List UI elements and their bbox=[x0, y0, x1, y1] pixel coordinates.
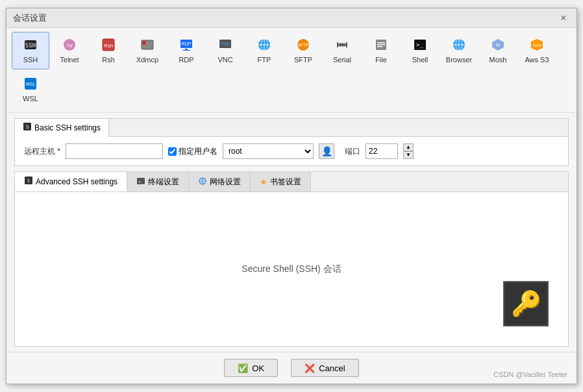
tab-bookmark[interactable]: ★ 书签设置 bbox=[251, 172, 311, 191]
port-input[interactable] bbox=[366, 143, 398, 159]
protocol-file[interactable]: File bbox=[362, 32, 400, 69]
tab-advanced-ssh[interactable]: S Advanced SSH settings bbox=[15, 172, 127, 191]
basic-ssh-tab[interactable]: S Basic SSH settings bbox=[15, 119, 109, 137]
remote-host-label: 远程主机 * bbox=[24, 146, 60, 157]
protocol-sftp[interactable]: SFTP SFTP bbox=[284, 32, 322, 69]
telnet-label: Telnet bbox=[60, 56, 79, 64]
protocol-xdmcp[interactable]: Xdmcp bbox=[129, 32, 166, 69]
xdmcp-label: Xdmcp bbox=[136, 56, 158, 64]
mosh-icon: M bbox=[491, 38, 505, 55]
browser-icon bbox=[452, 38, 466, 55]
shell-label: Shell bbox=[412, 56, 428, 64]
protocol-shell[interactable]: >_ Shell bbox=[401, 32, 439, 69]
session-dialog: 会话设置 × SSH SSH TN Telnet Rsh Rsh bbox=[6, 8, 577, 384]
svg-text:M: M bbox=[496, 43, 500, 47]
user-icon: 👤 bbox=[321, 146, 332, 156]
protocol-vnc[interactable]: VNC VNC bbox=[206, 32, 244, 69]
ssh-description: Secure Shell (SSH) 会话 bbox=[242, 263, 341, 275]
key-icon-box: 🔑 bbox=[503, 281, 549, 326]
svg-text:AWS: AWS bbox=[532, 43, 541, 47]
protocol-bar: SSH SSH TN Telnet Rsh Rsh Xdmcp bbox=[6, 28, 577, 113]
remote-host-input[interactable] bbox=[66, 143, 163, 159]
specify-username-label[interactable]: 指定用户名 bbox=[168, 146, 217, 157]
svg-text:SFTP: SFTP bbox=[297, 43, 309, 47]
svg-text:>_: >_ bbox=[138, 179, 143, 184]
close-button[interactable]: × bbox=[557, 12, 570, 25]
shell-icon: >_ bbox=[413, 38, 427, 55]
dialog-footer: ✅ OK ❌ Cancel CSDN @Vaciller Teeter bbox=[6, 352, 577, 384]
svg-text:SSH: SSH bbox=[25, 42, 36, 49]
protocol-telnet[interactable]: TN Telnet bbox=[51, 32, 88, 69]
svg-rect-10 bbox=[185, 49, 188, 50]
specify-username-text: 指定用户名 bbox=[179, 146, 217, 157]
vnc-icon: VNC bbox=[218, 38, 232, 55]
port-spinner: ▲ ▼ bbox=[403, 143, 414, 159]
sftp-label: SFTP bbox=[294, 56, 312, 64]
svg-rect-11 bbox=[182, 50, 190, 51]
username-select[interactable]: root bbox=[223, 143, 314, 159]
basic-settings-content: 远程主机 * 指定用户名 root 👤 端口 ▲ bbox=[15, 137, 568, 165]
svg-text:RDP: RDP bbox=[182, 42, 192, 46]
ok-button[interactable]: ✅ OK bbox=[224, 359, 278, 377]
ssh-label: SSH bbox=[23, 56, 38, 64]
network-tab-icon bbox=[198, 177, 207, 188]
protocol-rsh[interactable]: Rsh Rsh bbox=[90, 32, 127, 69]
svg-text:TN: TN bbox=[66, 43, 72, 48]
basic-ssh-tab-label: Basic SSH settings bbox=[34, 123, 101, 132]
sftp-icon: SFTP bbox=[296, 38, 310, 55]
protocol-wsl[interactable]: WSL WSL bbox=[12, 71, 49, 108]
svg-rect-29 bbox=[377, 44, 385, 45]
tab-terminal-label: 终端设置 bbox=[148, 177, 179, 188]
host-field-row: 远程主机 * 指定用户名 root 👤 端口 ▲ bbox=[24, 143, 559, 159]
tab-main-content: Secure Shell (SSH) 会话 🔑 bbox=[15, 192, 568, 346]
port-label: 端口 bbox=[345, 146, 360, 157]
dialog-title: 会话设置 bbox=[13, 12, 47, 24]
protocol-browser[interactable]: Browser bbox=[440, 32, 478, 69]
tab-network[interactable]: 网络设置 bbox=[189, 172, 251, 191]
rdp-label: RDP bbox=[179, 56, 193, 64]
port-up-button[interactable]: ▲ bbox=[403, 143, 414, 151]
cancel-icon: ❌ bbox=[304, 363, 315, 373]
protocol-rdp[interactable]: RDP RDP bbox=[167, 32, 205, 69]
user-icon-button[interactable]: 👤 bbox=[319, 143, 334, 159]
tab-bookmark-label: 书签设置 bbox=[270, 177, 301, 188]
ssh-icon: SSH bbox=[23, 38, 38, 55]
svg-text:S: S bbox=[27, 178, 30, 184]
file-icon bbox=[374, 38, 388, 55]
protocol-ftp[interactable]: FTP bbox=[245, 32, 283, 69]
protocol-mosh[interactable]: M Mosh bbox=[479, 32, 517, 69]
tab-terminal[interactable]: >_ 终端设置 bbox=[127, 172, 189, 191]
ftp-icon bbox=[257, 38, 271, 55]
advanced-ssh-tab-icon: S bbox=[24, 176, 33, 187]
wsl-icon: WSL bbox=[23, 77, 38, 93]
protocol-serial[interactable]: Serial bbox=[323, 32, 361, 69]
title-bar: 会话设置 × bbox=[6, 8, 577, 28]
port-down-button[interactable]: ▼ bbox=[403, 151, 414, 159]
watermark: CSDN @Vaciller Teeter bbox=[493, 371, 567, 378]
svg-rect-30 bbox=[377, 46, 382, 47]
key-icon: 🔑 bbox=[511, 289, 541, 318]
rsh-label: Rsh bbox=[102, 56, 115, 64]
content-area: S Basic SSH settings 远程主机 * 指定用户名 root bbox=[6, 113, 577, 352]
awss3-icon: AWS bbox=[530, 38, 544, 55]
browser-label: Browser bbox=[446, 56, 472, 64]
specify-username-checkbox[interactable] bbox=[168, 147, 177, 156]
protocol-ssh[interactable]: SSH SSH bbox=[12, 32, 49, 69]
svg-text:Rsh: Rsh bbox=[104, 43, 113, 49]
serial-icon bbox=[335, 38, 349, 55]
tab-network-label: 网络设置 bbox=[210, 177, 241, 188]
svg-rect-28 bbox=[377, 42, 385, 43]
tab-advanced-ssh-label: Advanced SSH settings bbox=[36, 177, 118, 186]
telnet-icon: TN bbox=[62, 38, 77, 55]
advanced-tabs-row: S Advanced SSH settings >_ 终端设置 网络设置 bbox=[15, 172, 568, 192]
cancel-button[interactable]: ❌ Cancel bbox=[291, 359, 358, 377]
basic-settings-section: S Basic SSH settings 远程主机 * 指定用户名 root bbox=[14, 118, 569, 166]
mosh-label: Mosh bbox=[490, 56, 507, 64]
svg-text:>_: >_ bbox=[416, 42, 423, 48]
svg-text:WSL: WSL bbox=[25, 82, 35, 86]
serial-label: Serial bbox=[333, 56, 351, 64]
bookmark-tab-icon: ★ bbox=[260, 177, 267, 187]
terminal-tab-icon: >_ bbox=[136, 177, 145, 188]
vnc-label: VNC bbox=[217, 56, 232, 64]
protocol-awss3[interactable]: AWS Aws S3 bbox=[518, 32, 556, 69]
